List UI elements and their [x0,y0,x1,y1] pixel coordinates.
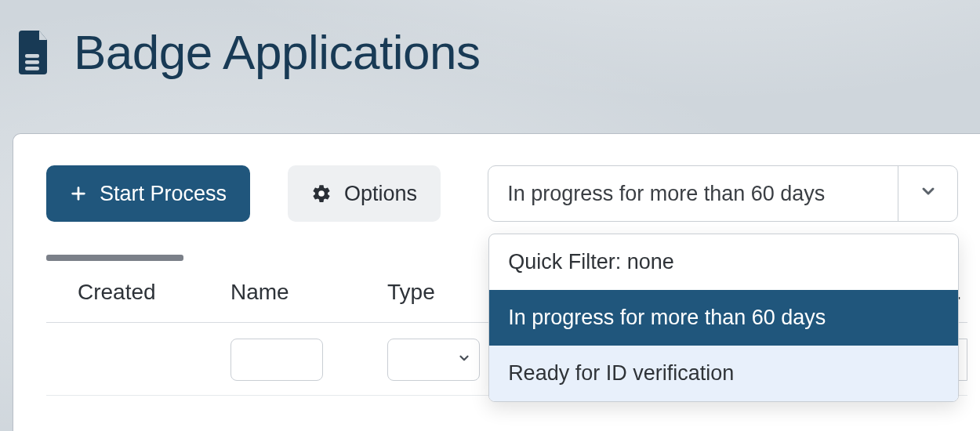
quick-filter-select[interactable]: In progress for more than 60 days Quick … [488,165,958,222]
page-title: Badge Applications [74,28,480,77]
filter-option[interactable]: Ready for ID verification [489,346,958,401]
chevron-down-icon [457,351,471,368]
document-icon [16,30,53,75]
quick-filter-toggle[interactable] [898,166,957,221]
quick-filter-dropdown: Quick Filter: none In progress for more … [488,234,959,402]
filter-option[interactable]: In progress for more than 60 days [489,290,958,346]
type-filter-select[interactable] [387,339,480,381]
toolbar: Start Process Options In progress for mo… [46,165,980,222]
svg-rect-1 [25,60,39,64]
start-process-label: Start Process [100,182,227,206]
content-panel: Start Process Options In progress for mo… [13,133,980,431]
page-header: Badge Applications [0,0,980,77]
svg-rect-2 [25,67,39,71]
filter-option[interactable]: Quick Filter: none [489,234,958,290]
plus-icon [70,185,87,202]
name-filter-input[interactable] [230,339,323,381]
svg-rect-0 [25,54,39,58]
gear-icon [311,183,332,204]
options-label: Options [344,182,417,206]
chevron-down-icon [919,182,938,206]
quick-filter-selected-label: In progress for more than 60 days [488,182,898,206]
options-button[interactable]: Options [288,165,441,222]
column-header-name[interactable]: Name [230,280,387,305]
horizontal-scrollbar[interactable] [46,255,183,261]
column-header-created[interactable]: Created [46,280,230,305]
start-process-button[interactable]: Start Process [46,165,250,222]
